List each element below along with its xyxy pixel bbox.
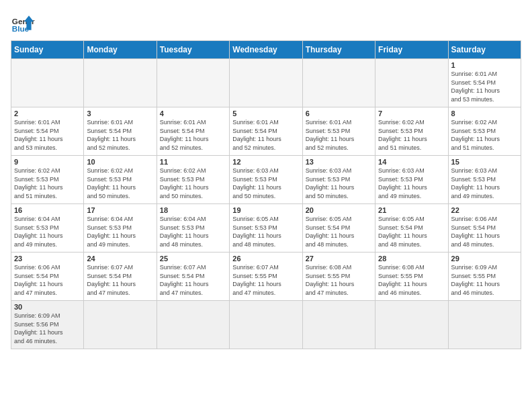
day-number: 8 <box>451 109 518 118</box>
day-number: 4 <box>160 109 226 118</box>
calendar-cell: 16Sunrise: 6:04 AM Sunset: 5:53 PM Dayli… <box>11 204 84 253</box>
day-info: Sunrise: 6:04 AM Sunset: 5:53 PM Dayligh… <box>87 215 153 248</box>
day-info: Sunrise: 6:01 AM Sunset: 5:54 PM Dayligh… <box>232 118 299 152</box>
calendar-cell: 15Sunrise: 6:03 AM Sunset: 5:53 PM Dayli… <box>448 156 521 204</box>
calendar-week-6: 30Sunrise: 6:09 AM Sunset: 5:56 PM Dayli… <box>11 301 521 349</box>
day-number: 30 <box>14 303 81 311</box>
day-number: 17 <box>87 206 153 214</box>
day-number: 28 <box>378 255 445 263</box>
logo-icon: General Blue <box>11 11 35 35</box>
weekday-header-friday: Friday <box>375 41 448 59</box>
day-info: Sunrise: 6:06 AM Sunset: 5:54 PM Dayligh… <box>14 263 81 297</box>
day-number: 15 <box>451 158 518 166</box>
calendar-cell: 8Sunrise: 6:02 AM Sunset: 5:53 PM Daylig… <box>448 107 521 156</box>
calendar-cell: 29Sunrise: 6:09 AM Sunset: 5:55 PM Dayli… <box>448 253 521 301</box>
calendar-cell: 6Sunrise: 6:01 AM Sunset: 5:53 PM Daylig… <box>302 107 375 156</box>
calendar-cell <box>84 301 157 349</box>
calendar-cell <box>157 59 229 107</box>
day-number: 21 <box>378 206 445 214</box>
calendar-cell: 7Sunrise: 6:02 AM Sunset: 5:53 PM Daylig… <box>375 107 448 156</box>
calendar-week-5: 23Sunrise: 6:06 AM Sunset: 5:54 PM Dayli… <box>11 253 521 301</box>
day-info: Sunrise: 6:02 AM Sunset: 5:53 PM Dayligh… <box>14 167 81 200</box>
weekday-header-monday: Monday <box>84 41 157 59</box>
day-info: Sunrise: 6:05 AM Sunset: 5:53 PM Dayligh… <box>232 215 299 248</box>
day-number: 1 <box>451 61 518 69</box>
day-info: Sunrise: 6:09 AM Sunset: 5:55 PM Dayligh… <box>451 263 518 297</box>
calendar-cell: 2Sunrise: 6:01 AM Sunset: 5:54 PM Daylig… <box>11 107 84 156</box>
day-number: 13 <box>306 158 372 166</box>
day-number: 27 <box>306 255 372 263</box>
calendar-cell: 18Sunrise: 6:04 AM Sunset: 5:53 PM Dayli… <box>157 204 229 253</box>
calendar-cell: 17Sunrise: 6:04 AM Sunset: 5:53 PM Dayli… <box>84 204 157 253</box>
day-info: Sunrise: 6:03 AM Sunset: 5:53 PM Dayligh… <box>378 167 445 200</box>
calendar-cell <box>230 59 302 107</box>
day-number: 10 <box>87 158 153 166</box>
day-info: Sunrise: 6:02 AM Sunset: 5:53 PM Dayligh… <box>87 167 153 200</box>
calendar-week-1: 1Sunrise: 6:01 AM Sunset: 5:54 PM Daylig… <box>11 59 521 107</box>
day-info: Sunrise: 6:01 AM Sunset: 5:54 PM Dayligh… <box>87 118 153 152</box>
calendar-cell: 24Sunrise: 6:07 AM Sunset: 5:54 PM Dayli… <box>84 253 157 301</box>
day-number: 24 <box>87 255 153 263</box>
day-info: Sunrise: 6:09 AM Sunset: 5:56 PM Dayligh… <box>14 312 81 345</box>
day-info: Sunrise: 6:05 AM Sunset: 5:54 PM Dayligh… <box>378 215 445 248</box>
day-info: Sunrise: 6:07 AM Sunset: 5:54 PM Dayligh… <box>87 263 153 297</box>
day-number: 5 <box>232 109 299 118</box>
calendar-cell <box>11 59 84 107</box>
calendar-week-4: 16Sunrise: 6:04 AM Sunset: 5:53 PM Dayli… <box>11 204 521 253</box>
calendar-cell: 3Sunrise: 6:01 AM Sunset: 5:54 PM Daylig… <box>84 107 157 156</box>
weekday-header-tuesday: Tuesday <box>157 41 229 59</box>
day-info: Sunrise: 6:01 AM Sunset: 5:54 PM Dayligh… <box>14 118 81 152</box>
day-number: 3 <box>87 109 153 118</box>
day-number: 20 <box>306 206 372 214</box>
calendar-cell: 19Sunrise: 6:05 AM Sunset: 5:53 PM Dayli… <box>230 204 302 253</box>
calendar-cell: 25Sunrise: 6:07 AM Sunset: 5:54 PM Dayli… <box>157 253 229 301</box>
calendar-table: SundayMondayTuesdayWednesdayThursdayFrid… <box>11 40 521 349</box>
calendar-cell <box>84 59 157 107</box>
day-info: Sunrise: 6:03 AM Sunset: 5:53 PM Dayligh… <box>451 167 518 200</box>
calendar-cell: 11Sunrise: 6:02 AM Sunset: 5:53 PM Dayli… <box>157 156 229 204</box>
day-info: Sunrise: 6:01 AM Sunset: 5:54 PM Dayligh… <box>451 70 518 103</box>
calendar-cell: 1Sunrise: 6:01 AM Sunset: 5:54 PM Daylig… <box>448 59 521 107</box>
calendar-cell: 12Sunrise: 6:03 AM Sunset: 5:53 PM Dayli… <box>230 156 302 204</box>
day-info: Sunrise: 6:07 AM Sunset: 5:54 PM Dayligh… <box>160 263 226 297</box>
calendar-cell: 28Sunrise: 6:08 AM Sunset: 5:55 PM Dayli… <box>375 253 448 301</box>
calendar-week-2: 2Sunrise: 6:01 AM Sunset: 5:54 PM Daylig… <box>11 107 521 156</box>
day-info: Sunrise: 6:02 AM Sunset: 5:53 PM Dayligh… <box>451 118 518 152</box>
calendar-week-3: 9Sunrise: 6:02 AM Sunset: 5:53 PM Daylig… <box>11 156 521 204</box>
day-number: 16 <box>14 206 81 214</box>
day-number: 7 <box>378 109 445 118</box>
day-number: 12 <box>232 158 299 166</box>
calendar-cell: 20Sunrise: 6:05 AM Sunset: 5:54 PM Dayli… <box>302 204 375 253</box>
calendar-cell: 30Sunrise: 6:09 AM Sunset: 5:56 PM Dayli… <box>11 301 84 349</box>
day-number: 18 <box>160 206 226 214</box>
day-info: Sunrise: 6:03 AM Sunset: 5:53 PM Dayligh… <box>306 167 372 200</box>
day-info: Sunrise: 6:02 AM Sunset: 5:53 PM Dayligh… <box>160 167 226 200</box>
calendar-cell: 10Sunrise: 6:02 AM Sunset: 5:53 PM Dayli… <box>84 156 157 204</box>
day-number: 11 <box>160 158 226 166</box>
day-info: Sunrise: 6:04 AM Sunset: 5:53 PM Dayligh… <box>14 215 81 248</box>
calendar-cell <box>230 301 302 349</box>
page-header: General Blue <box>11 11 521 35</box>
day-number: 2 <box>14 109 81 118</box>
calendar-cell: 21Sunrise: 6:05 AM Sunset: 5:54 PM Dayli… <box>375 204 448 253</box>
day-number: 14 <box>378 158 445 166</box>
weekday-header-sunday: Sunday <box>11 41 84 59</box>
calendar-cell <box>157 301 229 349</box>
weekday-header-thursday: Thursday <box>302 41 375 59</box>
calendar-cell: 23Sunrise: 6:06 AM Sunset: 5:54 PM Dayli… <box>11 253 84 301</box>
calendar-cell <box>375 59 448 107</box>
day-info: Sunrise: 6:05 AM Sunset: 5:54 PM Dayligh… <box>306 215 372 248</box>
calendar-cell: 5Sunrise: 6:01 AM Sunset: 5:54 PM Daylig… <box>230 107 302 156</box>
day-info: Sunrise: 6:01 AM Sunset: 5:54 PM Dayligh… <box>160 118 226 152</box>
day-number: 19 <box>232 206 299 214</box>
day-number: 22 <box>451 206 518 214</box>
calendar-cell <box>302 59 375 107</box>
day-number: 26 <box>232 255 299 263</box>
calendar-cell: 9Sunrise: 6:02 AM Sunset: 5:53 PM Daylig… <box>11 156 84 204</box>
calendar-cell: 26Sunrise: 6:07 AM Sunset: 5:55 PM Dayli… <box>230 253 302 301</box>
calendar-cell: 22Sunrise: 6:06 AM Sunset: 5:54 PM Dayli… <box>448 204 521 253</box>
day-number: 9 <box>14 158 81 166</box>
calendar-cell: 14Sunrise: 6:03 AM Sunset: 5:53 PM Dayli… <box>375 156 448 204</box>
day-info: Sunrise: 6:06 AM Sunset: 5:54 PM Dayligh… <box>451 215 518 248</box>
day-number: 6 <box>306 109 372 118</box>
